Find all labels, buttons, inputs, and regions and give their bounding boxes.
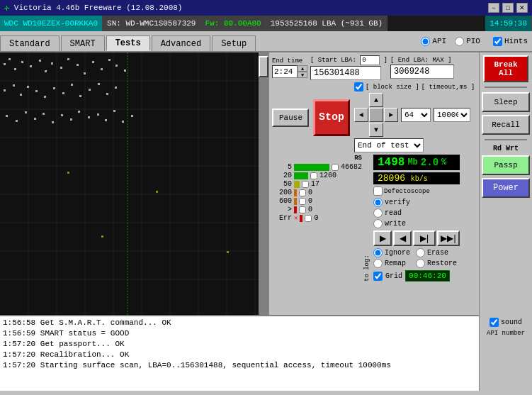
meter-val-err: 0 bbox=[314, 214, 318, 222]
step-end-button[interactable]: ▶▶| bbox=[437, 230, 460, 246]
restore-label: Restore bbox=[427, 260, 457, 267]
tab-smart[interactable]: SMART bbox=[61, 35, 105, 51]
block-size-group: [ block size ] [ timeout,ms ] bbox=[354, 82, 475, 91]
remap-radio[interactable] bbox=[373, 259, 383, 268]
meter-cb-200[interactable] bbox=[299, 189, 306, 196]
tab-setup[interactable]: Setup bbox=[212, 35, 256, 51]
minimize-button[interactable]: − bbox=[488, 3, 499, 13]
api-number-label: API number bbox=[487, 330, 525, 337]
end-time-input[interactable] bbox=[272, 65, 298, 78]
spin-up[interactable]: ▲ bbox=[298, 65, 307, 72]
tab-standard[interactable]: Standard bbox=[0, 35, 60, 51]
nav-down[interactable]: ▼ bbox=[369, 123, 383, 137]
serial-number: SN: WD-WMC1S0587329 bbox=[103, 16, 200, 31]
sleep-button[interactable]: Sleep bbox=[482, 92, 530, 112]
svg-rect-66 bbox=[156, 191, 158, 193]
svg-rect-26 bbox=[60, 67, 62, 69]
meter-bar-5 bbox=[294, 164, 329, 171]
pio-radio[interactable] bbox=[455, 37, 464, 46]
passp-button[interactable]: Passp bbox=[482, 155, 530, 175]
ignore-label: Ignore bbox=[385, 249, 410, 257]
nav-arrows: ▲ ◄ ► ▼ bbox=[354, 93, 398, 137]
meter-cb-err[interactable] bbox=[305, 215, 312, 222]
start-lba-label: [ Start LBA: ] bbox=[310, 55, 387, 65]
block-size-select[interactable]: 64 128 256 bbox=[401, 108, 431, 122]
nav-left[interactable]: ◄ bbox=[354, 108, 368, 122]
timeout-select[interactable]: 10000 5000 15000 bbox=[434, 108, 470, 122]
recall-button[interactable]: Recall bbox=[482, 115, 530, 135]
svg-rect-0 bbox=[0, 52, 259, 315]
block-size-checkbox[interactable] bbox=[354, 82, 363, 91]
meter-cb-50[interactable] bbox=[302, 181, 309, 188]
pause-button[interactable]: Pause bbox=[272, 109, 309, 127]
defectoscope-checkbox[interactable] bbox=[373, 187, 383, 196]
remap-label: Remap bbox=[385, 260, 406, 267]
meter-bar-50 bbox=[294, 181, 300, 188]
meter-val-5: 46682 bbox=[341, 163, 362, 171]
svg-rect-21 bbox=[21, 61, 23, 63]
meter-600: 600 0 bbox=[272, 197, 362, 205]
verify-label: verify bbox=[385, 199, 410, 206]
back-button[interactable]: ◀ bbox=[393, 230, 412, 246]
tab-advanced[interactable]: Advanced bbox=[152, 35, 211, 51]
break-all-button[interactable]: Break All bbox=[483, 55, 528, 82]
meter-bars: RS 5 46682 20 1260 50 bbox=[272, 155, 362, 222]
meter-200: 200 0 bbox=[272, 189, 362, 196]
svg-rect-62 bbox=[122, 121, 124, 123]
end-time-spinner[interactable]: ▲ ▼ bbox=[298, 65, 307, 78]
svg-rect-58 bbox=[88, 116, 90, 118]
restore-radio[interactable] bbox=[416, 259, 425, 268]
sound-checkbox[interactable] bbox=[489, 318, 499, 327]
nav-up[interactable]: ▲ bbox=[369, 93, 383, 107]
verify-radio[interactable] bbox=[373, 198, 383, 207]
grid-checkbox[interactable] bbox=[373, 272, 383, 281]
block-size-label: [ block size ] bbox=[366, 84, 419, 91]
lba-value-2: 3069248 bbox=[390, 65, 454, 79]
spin-down[interactable]: ▼ bbox=[298, 72, 307, 78]
graph-scroll-thumb[interactable] bbox=[259, 56, 268, 77]
meter-cb-20[interactable] bbox=[310, 172, 317, 179]
svg-rect-45 bbox=[89, 89, 91, 91]
grid-row: Grid 00:46:20 bbox=[373, 270, 460, 282]
meter-val-20: 1260 bbox=[319, 172, 336, 179]
meter-cb-gt[interactable] bbox=[299, 206, 306, 213]
close-button[interactable]: ✕ bbox=[516, 3, 528, 13]
erase-radio[interactable] bbox=[416, 248, 425, 257]
read-radio[interactable] bbox=[373, 208, 383, 218]
stop-button[interactable]: Stop bbox=[313, 99, 350, 136]
log-line: 1:56:58 Get S.M.A.R.T. command... OK bbox=[3, 318, 476, 328]
nav-right[interactable]: ► bbox=[384, 108, 398, 122]
meter-val-200: 0 bbox=[308, 189, 312, 196]
step-fwd-button[interactable]: ▶| bbox=[413, 230, 436, 246]
svg-rect-23 bbox=[39, 60, 41, 62]
api-radio[interactable] bbox=[421, 37, 430, 46]
maximize-button[interactable]: □ bbox=[502, 3, 514, 13]
svg-rect-20 bbox=[14, 68, 16, 70]
nav-center[interactable] bbox=[369, 108, 383, 122]
pio-label: PIO bbox=[466, 37, 480, 45]
speed-kbps: 28096 bbox=[378, 173, 405, 184]
ignore-radio[interactable] bbox=[373, 248, 383, 257]
svg-rect-22 bbox=[30, 65, 32, 67]
speed-percent: 2.0 bbox=[421, 157, 438, 168]
log-line: 1:57:20 Get passport... OK bbox=[3, 339, 476, 350]
svg-rect-63 bbox=[131, 115, 133, 117]
timeout-label: [ timeout,ms ] bbox=[421, 84, 475, 91]
end-of-test-select[interactable]: End of test bbox=[354, 138, 424, 152]
tab-tests[interactable]: Tests bbox=[106, 35, 150, 51]
hints-checkbox[interactable] bbox=[493, 37, 502, 46]
meter-val-gt: 0 bbox=[308, 206, 312, 213]
svg-rect-33 bbox=[115, 65, 118, 67]
speed-verify-area: 1498 Mb 2.0 % 28096 kb/s Defectoscope bbox=[373, 155, 460, 282]
rd-wrt-labels: Rd Wrt bbox=[482, 145, 529, 152]
info-bar: WDC WD10EZEX-00RKKA0 SN: WD-WMC1S0587329… bbox=[0, 16, 532, 31]
svg-rect-29 bbox=[84, 72, 86, 74]
meter-cb-600[interactable] bbox=[299, 198, 306, 205]
write-radio[interactable] bbox=[373, 219, 383, 228]
power-button[interactable]: Power bbox=[482, 178, 530, 198]
graph-scrollbar[interactable] bbox=[259, 52, 268, 315]
play-button[interactable]: ▶ bbox=[373, 230, 392, 246]
meter-cb-5[interactable] bbox=[332, 164, 339, 171]
start-lba-input[interactable] bbox=[360, 55, 380, 65]
svg-rect-27 bbox=[67, 58, 69, 60]
